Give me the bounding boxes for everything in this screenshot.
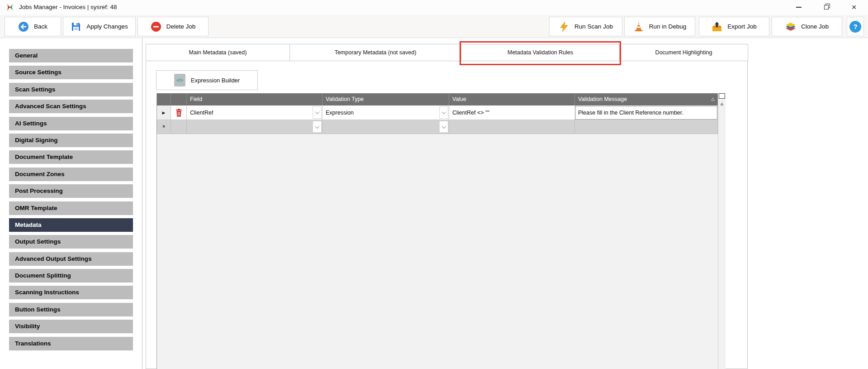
- field-dropdown-button[interactable]: [313, 106, 322, 119]
- delete-job-label: Delete Job: [166, 23, 196, 30]
- tab-main-metadata[interactable]: Main Metadata (saved): [146, 44, 290, 61]
- header-delete-column: [171, 93, 187, 105]
- new-row-delete-cell: [171, 120, 187, 134]
- export-job-label: Export Job: [727, 23, 757, 30]
- trash-icon: [175, 109, 182, 117]
- delete-icon: [151, 21, 161, 32]
- sidebar-item-advanced-output-settings[interactable]: Advanced Output Settings: [9, 252, 133, 266]
- header-field[interactable]: Field: [187, 93, 323, 105]
- sidebar-item-post-processing[interactable]: Post Processing: [9, 184, 133, 198]
- new-row[interactable]: *: [157, 120, 726, 134]
- sidebar-item-source-settings[interactable]: Source Settings: [9, 66, 133, 79]
- validation-message-text: Please fill in the Client Reference numb…: [575, 110, 683, 116]
- run-in-debug-button[interactable]: Run in Debug: [624, 17, 695, 36]
- header-validation-type[interactable]: Validation Type: [323, 93, 449, 105]
- run-scan-job-label: Run Scan Job: [574, 23, 613, 30]
- new-row-validation-type-cell[interactable]: [323, 120, 449, 134]
- tab-document-highlighting[interactable]: Document Highlighting: [619, 44, 748, 61]
- validation-rules-grid: Field Validation Type Value Validation M…: [157, 93, 726, 369]
- sidebar-item-document-zones[interactable]: Document Zones: [9, 168, 133, 181]
- restore-button[interactable]: [814, 0, 839, 14]
- validation-type-dropdown-button[interactable]: [439, 106, 448, 119]
- validation-type-value: Expression: [323, 110, 354, 116]
- field-dropdown-button[interactable]: [313, 121, 322, 133]
- tab-temporary-metadata[interactable]: Temporary Metadata (not saved): [289, 44, 461, 61]
- restore-icon: [824, 5, 829, 10]
- new-row-marker: *: [157, 120, 171, 134]
- chevron-down-icon: [315, 110, 319, 114]
- sidebar-item-output-settings[interactable]: Output Settings: [9, 235, 133, 249]
- header-value[interactable]: Value: [449, 93, 575, 105]
- clone-job-button[interactable]: Clone Job: [772, 17, 842, 36]
- header-validation-message[interactable]: Validation Message △: [575, 93, 718, 105]
- sidebar-item-scan-settings[interactable]: Scan Settings: [9, 83, 133, 96]
- field-value: ClientRef: [187, 110, 213, 116]
- back-button[interactable]: Back: [5, 17, 61, 36]
- chevron-down-icon: [441, 110, 446, 114]
- back-label: Back: [34, 23, 47, 30]
- expression-builder-label: Expression Builder: [191, 77, 240, 84]
- sort-indicator-icon: △: [711, 93, 715, 105]
- code-file-icon: </>: [174, 74, 185, 86]
- delete-job-button[interactable]: Delete Job: [138, 17, 209, 36]
- new-row-field-cell[interactable]: [187, 120, 323, 134]
- tab-metadata-validation-rules[interactable]: Metadata Validation Rules: [461, 44, 620, 61]
- value-cell[interactable]: ClientRef <> "": [449, 105, 575, 120]
- sidebar-item-general[interactable]: General: [9, 49, 133, 62]
- scroll-up-icon[interactable]: [720, 102, 724, 105]
- title-bar: Jobs Manager - Invoices | sysref: 48 ×: [0, 0, 868, 14]
- lightning-icon: [559, 21, 569, 32]
- run-in-debug-label: Run in Debug: [649, 23, 687, 30]
- help-icon: ?: [849, 21, 861, 33]
- table-row: ▶ ClientRef Expression ClientRef <> "" P…: [157, 105, 726, 120]
- clone-job-label: Clone Job: [801, 23, 829, 30]
- export-job-button[interactable]: Export Job: [699, 17, 769, 36]
- sidebar-item-digital-signing[interactable]: Digital Signing: [9, 134, 133, 147]
- new-row-star-icon: *: [162, 126, 166, 130]
- sidebar-item-translations[interactable]: Translations: [9, 337, 133, 350]
- current-row-marker: ▶: [157, 105, 171, 120]
- expression-builder-button[interactable]: </> Expression Builder: [156, 70, 258, 90]
- window-title: Jobs Manager - Invoices | sysref: 48: [19, 0, 117, 14]
- minimize-button[interactable]: [786, 0, 811, 14]
- back-icon: [18, 21, 29, 32]
- header-row-marker: [157, 93, 171, 105]
- sidebar-item-scanning-instructions[interactable]: Scanning Instructions: [9, 286, 133, 299]
- help-button[interactable]: ?: [847, 17, 864, 36]
- sidebar-item-document-template[interactable]: Document Template: [9, 150, 133, 164]
- sidebar-item-advanced-scan-settings[interactable]: Advanced Scan Settings: [9, 100, 133, 113]
- save-icon: [71, 21, 81, 32]
- minimize-icon: [796, 7, 802, 8]
- header-validation-message-label: Validation Message: [578, 96, 627, 102]
- app-logo-icon: [5, 3, 14, 12]
- sidebar-item-ai-settings[interactable]: AI Settings: [9, 117, 133, 130]
- scrollbar-thumb[interactable]: [719, 93, 725, 99]
- export-box-icon: [711, 21, 722, 32]
- run-scan-job-button[interactable]: Run Scan Job: [549, 17, 622, 36]
- apply-changes-button[interactable]: Apply Changes: [63, 17, 136, 36]
- sidebar-item-metadata[interactable]: Metadata: [9, 218, 133, 232]
- vertical-scrollbar[interactable]: [718, 93, 726, 369]
- validation-type-cell[interactable]: Expression: [323, 105, 449, 120]
- validation-message-cell[interactable]: Please fill in the Client Reference numb…: [575, 105, 718, 120]
- apply-changes-label: Apply Changes: [86, 23, 128, 30]
- delete-row-cell[interactable]: [171, 105, 187, 120]
- row-arrow-icon: ▶: [162, 110, 166, 115]
- traffic-cone-icon: [633, 21, 644, 32]
- chevron-down-icon: [315, 124, 319, 129]
- grid-header-row: Field Validation Type Value Validation M…: [157, 93, 726, 105]
- clone-layers-icon: [785, 21, 796, 32]
- sidebar-item-button-settings[interactable]: Button Settings: [9, 303, 133, 316]
- field-cell[interactable]: ClientRef: [187, 105, 323, 120]
- new-row-validation-message-cell[interactable]: [575, 120, 718, 134]
- sidebar-item-visibility[interactable]: Visibility: [9, 320, 133, 333]
- sidebar-item-document-splitting[interactable]: Document Splitting: [9, 269, 133, 283]
- validation-type-dropdown-button[interactable]: [439, 121, 448, 133]
- sidebar-item-omr-template[interactable]: OMR Template: [9, 201, 133, 215]
- chevron-down-icon: [441, 124, 446, 129]
- value-text: ClientRef <> "": [449, 110, 489, 116]
- close-button[interactable]: ×: [841, 0, 867, 14]
- new-row-value-cell[interactable]: [449, 120, 575, 134]
- toolbar: Back Apply Changes Delete Job Run Scan J…: [0, 14, 868, 38]
- sidebar: General Source Settings Scan Settings Ad…: [0, 38, 142, 369]
